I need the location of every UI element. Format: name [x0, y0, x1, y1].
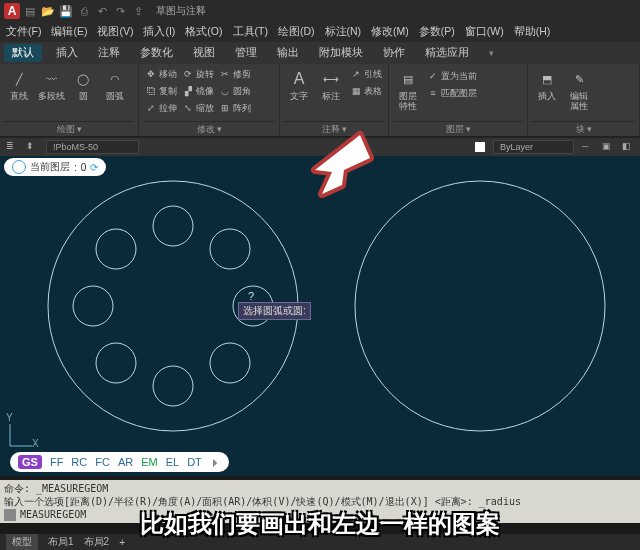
cmdchip-expand-icon[interactable]: ⏵: [210, 456, 221, 468]
circle-button[interactable]: ◯圆: [68, 66, 98, 103]
cmdchip-el[interactable]: EL: [166, 456, 179, 468]
menu-modify[interactable]: 修改(M): [371, 25, 409, 39]
qat-saveas-icon[interactable]: ⎙: [78, 5, 90, 17]
small-circle-8[interactable]: [96, 229, 136, 269]
cmdline-hist1: 命令: _MEASUREGEOM: [4, 482, 636, 495]
dimension-button[interactable]: ⟷标注: [316, 66, 346, 103]
menu-view[interactable]: 视图(V): [97, 25, 133, 39]
cmdchip-ff[interactable]: FF: [50, 456, 63, 468]
tab-collab[interactable]: 协作: [377, 44, 411, 62]
qat-undo-icon[interactable]: ↶: [96, 5, 108, 17]
menu-help[interactable]: 帮助(H): [514, 25, 551, 39]
mirror-button[interactable]: ▞镜像: [180, 83, 216, 99]
cmdchip-ar[interactable]: AR: [118, 456, 133, 468]
line-button[interactable]: ╱直线: [4, 66, 34, 103]
menu-dim[interactable]: 标注(N): [325, 25, 362, 39]
scale-button[interactable]: ⤡缩放: [180, 100, 216, 116]
tool1-icon[interactable]: ▣: [602, 141, 614, 153]
tab-output[interactable]: 输出: [271, 44, 305, 62]
layer-chip-value: 0: [81, 162, 87, 173]
text-button[interactable]: A文字: [284, 66, 314, 103]
stretch-button[interactable]: ⤢拉伸: [143, 100, 179, 116]
panel-title-modify[interactable]: 修改 ▾: [143, 121, 275, 136]
qat-save-icon[interactable]: 💾: [60, 5, 72, 17]
ribbon-tabs: 默认 插入 注释 参数化 视图 管理 输出 附加模块 协作 精选应用 ▾: [0, 42, 640, 64]
qat-share-icon[interactable]: ⇪: [132, 5, 144, 17]
cmdchip-gs[interactable]: GS: [18, 455, 42, 469]
cmdchip-em[interactable]: EM: [141, 456, 158, 468]
cmdchip-rc[interactable]: RC: [71, 456, 87, 468]
arc-icon: ◠: [104, 68, 126, 90]
tab-annotate[interactable]: 注释: [92, 44, 126, 62]
arc-button[interactable]: ◠圆弧: [100, 66, 130, 103]
cmdchip-fc[interactable]: FC: [95, 456, 110, 468]
stretch-icon: ⤢: [145, 102, 157, 114]
tab-manage[interactable]: 管理: [229, 44, 263, 62]
small-circle-5[interactable]: [153, 366, 193, 406]
small-circle-1[interactable]: [153, 206, 193, 246]
copy-button[interactable]: ⿻复制: [143, 83, 179, 99]
arrow-cursor-icon: [310, 130, 380, 202]
app-logo[interactable]: A: [4, 3, 20, 19]
small-circle-2[interactable]: [210, 229, 250, 269]
insert-block-button[interactable]: ⬒插入: [532, 66, 562, 103]
rotate-button[interactable]: ⟳旋转: [180, 66, 216, 82]
rotate-icon: ⟳: [182, 68, 194, 80]
panel-title-draw[interactable]: 绘图 ▾: [4, 121, 134, 136]
tab-insert[interactable]: 插入: [50, 44, 84, 62]
panel-block: ⬒插入 ✎编辑 属性 块 ▾: [528, 64, 640, 136]
menu-window[interactable]: 窗口(W): [465, 25, 504, 39]
ribbon-dropdown-icon[interactable]: ▾: [483, 46, 500, 60]
polyline-button[interactable]: 〰多段线: [36, 66, 66, 103]
menu-draw[interactable]: 绘图(D): [278, 25, 315, 39]
lineweight-icon[interactable]: ─: [582, 141, 594, 153]
chip-refresh-icon[interactable]: ⟳: [90, 162, 98, 173]
layer-current-button[interactable]: ✓置为当前: [425, 68, 509, 84]
leader-button[interactable]: ↗引线: [348, 66, 384, 82]
qat-redo-icon[interactable]: ↷: [114, 5, 126, 17]
panel-title-layer[interactable]: 图层 ▾: [393, 121, 523, 136]
panel-title-block[interactable]: 块 ▾: [532, 121, 635, 136]
menu-insert[interactable]: 插入(I): [143, 25, 175, 39]
right-big-circle[interactable]: [355, 181, 605, 431]
trim-button[interactable]: ✂修剪: [217, 66, 253, 82]
tab-featured[interactable]: 精选应用: [419, 44, 475, 62]
move-button[interactable]: ✥移动: [143, 66, 179, 82]
small-circle-7[interactable]: [73, 286, 113, 326]
menu-format[interactable]: 格式(O): [185, 25, 222, 39]
props-icon[interactable]: ⬍: [26, 141, 38, 153]
panel-annotate: A文字 ⟷标注 ↗引线 ▦表格 注释 ▾: [280, 64, 389, 136]
layer-match-button[interactable]: ≡匹配图层: [425, 85, 509, 101]
table-button[interactable]: ▦表格: [348, 83, 384, 99]
tab-parametric[interactable]: 参数化: [134, 44, 179, 62]
leader-icon: ↗: [350, 68, 362, 80]
menu-file[interactable]: 文件(F): [6, 25, 41, 39]
current-layer-chip[interactable]: 当前图层: 0 ⟳: [4, 158, 106, 176]
array-button[interactable]: ⊞阵列: [217, 100, 253, 116]
text-icon: A: [288, 68, 310, 90]
small-circle-6[interactable]: [96, 343, 136, 383]
menu-param[interactable]: 参数(P): [419, 25, 455, 39]
menu-tools[interactable]: 工具(T): [233, 25, 268, 39]
tab-addins[interactable]: 附加模块: [313, 44, 369, 62]
tab-view[interactable]: 视图: [187, 44, 221, 62]
textstyle-select[interactable]: !PboMS-50: [46, 140, 139, 154]
tab-default[interactable]: 默认: [4, 44, 42, 62]
copy-icon: ⿻: [145, 85, 157, 97]
qat-open-icon[interactable]: 📂: [42, 5, 54, 17]
layer-select[interactable]: ByLayer: [493, 140, 574, 154]
small-circle-4[interactable]: [210, 343, 250, 383]
table-icon: ▦: [350, 85, 362, 97]
scale-icon: ⤡: [182, 102, 194, 114]
array-icon: ⊞: [219, 102, 231, 114]
tool2-icon[interactable]: ◧: [622, 141, 634, 153]
layer-prop-button[interactable]: ▤图层 特性: [393, 66, 423, 113]
color-swatch[interactable]: [475, 142, 485, 152]
cmdchip-dt[interactable]: DT: [187, 456, 202, 468]
edit-attr-button[interactable]: ✎编辑 属性: [564, 66, 594, 113]
menu-edit[interactable]: 编辑(E): [51, 25, 87, 39]
drawing-canvas[interactable]: [0, 156, 640, 476]
list-icon[interactable]: ≣: [6, 141, 18, 153]
qat-new-icon[interactable]: ▤: [24, 5, 36, 17]
fillet-button[interactable]: ◡圆角: [217, 83, 253, 99]
